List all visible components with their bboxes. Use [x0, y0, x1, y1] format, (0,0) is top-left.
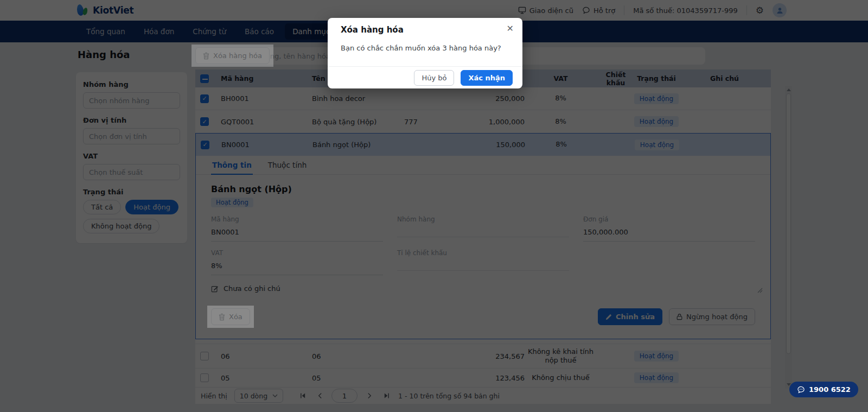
chat-bubble-icon	[797, 386, 805, 394]
modal-title: Xóa hàng hóa	[341, 25, 513, 35]
cancel-button[interactable]: Hủy bỏ	[414, 70, 454, 86]
hotline-chat-badge[interactable]: 1900 6522	[789, 382, 858, 397]
modal-message: Bạn có chắc chắn muốn xóa 3 hàng hóa này…	[341, 44, 513, 52]
hotline-number: 1900 6522	[809, 385, 851, 394]
confirm-button[interactable]: Xác nhận	[461, 70, 513, 86]
close-icon[interactable]: ✕	[507, 23, 514, 34]
delete-confirm-modal: Xóa hàng hóa ✕ Bạn có chắc chắn muốn xóa…	[328, 18, 522, 88]
